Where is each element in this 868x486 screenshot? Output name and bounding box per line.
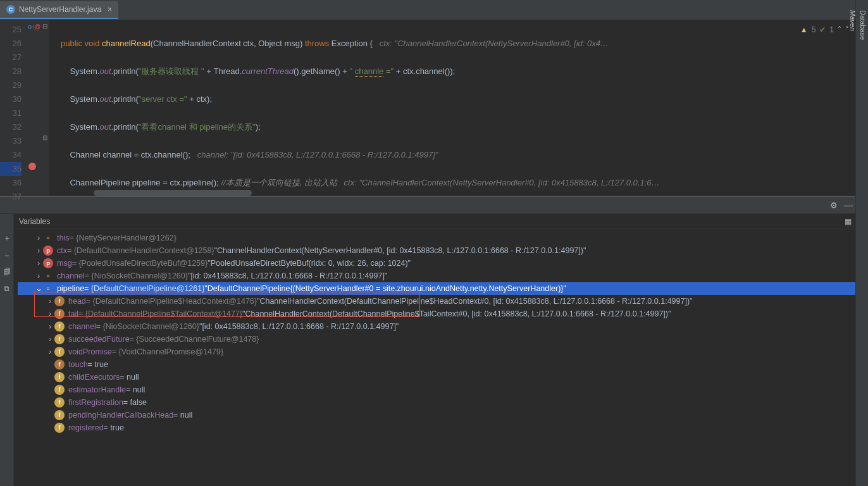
gear-icon[interactable]: ⚙ [830,201,838,210]
field-icon: f [54,372,65,382]
warning-icon: ▲ [800,23,808,37]
gutter-icons: o↑ @ [25,20,40,196]
tree-row-estimatorHandle[interactable]: f estimatorHandle = null [18,383,868,396]
variables-title: Variables [19,217,50,226]
line-gutter: 252627 282930 313233 343536 37 [0,20,25,196]
inspection-badges[interactable]: ▲5 ✔1 ˄ ˅ [800,23,849,37]
editor-tab[interactable]: C NettyServerHandler.java × [0,1,118,19]
field-icon: f [54,397,65,408]
tree-row-msg[interactable]: ›p msg = {PooledUnsafeDirectByteBuf@1259… [18,257,868,270]
field-icon: f [54,385,65,395]
right-tool-sidebar: Database Maven [855,0,868,486]
tree-row-pendingHandlerCallbackHead[interactable]: f pendingHandlerCallbackHead = null [18,409,868,421]
object-icon: ≡ [43,233,53,243]
tree-row-succeededFuture[interactable]: ›f succeededFuture = {SucceededChannelFu… [18,333,868,346]
horizontal-scrollbar[interactable] [94,190,252,196]
tree-row-this[interactable]: › ≡ this = {NettyServerHandler@1262} [18,232,868,244]
link-icon[interactable]: ⧉ [4,284,9,293]
parameter-icon: p [43,258,53,268]
chevron-right-icon[interactable]: › [34,232,43,244]
tree-row-channel[interactable]: ›≡ channel = {NioSocketChannel@1260} "[i… [18,270,868,282]
field-icon: f [54,410,65,420]
field-icon: f [54,321,65,332]
tree-row-touch[interactable]: f touch = true [18,358,868,371]
tree-row-firstRegistration[interactable]: f firstRegistration = false [18,396,868,409]
debug-side-toolbar: ＋ − 🗐 ⧉ [0,214,14,486]
sidebar-item-database[interactable]: Database [858,5,868,486]
tree-row-registered[interactable]: f registered = true [18,421,868,434]
fold-column[interactable]: ⊟ ⊟ [40,20,49,196]
implements-icon[interactable]: @ [34,23,40,30]
java-class-icon: C [6,5,15,14]
fold-handle-icon[interactable]: ⊟ [42,134,47,141]
copy-icon[interactable]: 🗐 [3,268,11,277]
breakpoint-icon[interactable] [28,162,37,171]
highlight-box [34,292,420,317]
field-icon: f [54,334,65,344]
chevron-up-icon[interactable]: ˄ [838,23,841,37]
close-icon[interactable]: × [108,5,112,14]
parameter-icon: p [43,246,53,256]
add-icon[interactable]: ＋ [3,233,11,244]
object-icon: ≡ [43,271,53,281]
tree-row-childExecutors[interactable]: f childExecutors = null [18,371,868,383]
field-icon: f [54,359,65,370]
field-icon: f [54,347,65,357]
editor-tab-bar: C NettyServerHandler.java × [0,0,868,20]
fold-handle-icon[interactable]: ⊟ [42,23,47,30]
debug-tool-header: ⚙ — [0,196,868,214]
tab-filename: NettyServerHandler.java [19,5,101,14]
tree-row-pipeline-channel[interactable]: ›f channel = {NioSocketChannel@1260} "[i… [18,320,868,333]
code-area[interactable]: public void channelRead(ChannelHandlerCo… [49,20,868,196]
check-icon: ✔ [819,23,826,37]
tree-row-voidPromise[interactable]: ›f voidPromise = {VoidChannelPromise@147… [18,346,868,358]
code-editor[interactable]: 252627 282930 313233 343536 37 o↑ @ ⊟ ⊟ … [0,20,868,196]
remove-icon[interactable]: − [4,251,9,260]
variables-tree[interactable]: › ≡ this = {NettyServerHandler@1262} ›p … [14,229,868,434]
field-icon: f [54,423,65,433]
tree-row-ctx[interactable]: ›p ctx = {DefaultChannelHandlerContext@1… [18,244,868,257]
variables-title-bar: Variables ▦ [14,214,868,229]
sidebar-item-maven[interactable]: Maven [848,5,858,486]
